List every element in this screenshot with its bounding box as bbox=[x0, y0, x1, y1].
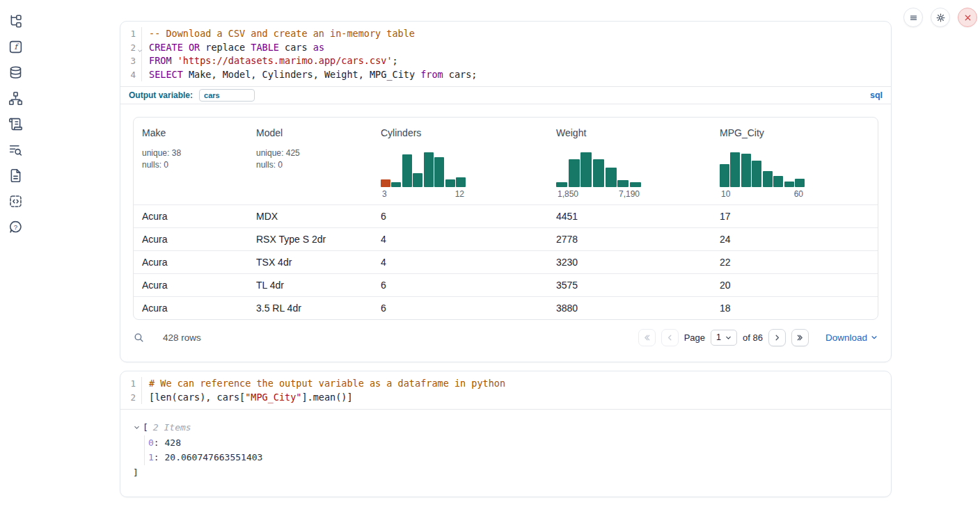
histogram-bar bbox=[424, 152, 434, 187]
table-cell: Acura bbox=[142, 205, 256, 227]
histogram-bar bbox=[617, 180, 629, 187]
line-number: 1 bbox=[120, 377, 142, 391]
table-row[interactable]: Acura3.5 RL 4dr6388018 bbox=[134, 296, 878, 319]
code-text: SELECT Make, Model, Cylinders, Weight, M… bbox=[142, 68, 477, 82]
tree-entry-value: : 428 bbox=[154, 437, 181, 448]
menu-button[interactable] bbox=[903, 8, 923, 27]
chevron-down-icon bbox=[725, 334, 732, 341]
language-badge: sql bbox=[870, 90, 883, 100]
column-name[interactable]: Make bbox=[142, 127, 256, 138]
table-cell: 6 bbox=[381, 297, 556, 319]
open-bracket: [ bbox=[143, 420, 148, 435]
last-page-button[interactable] bbox=[791, 329, 809, 346]
close-icon bbox=[963, 13, 972, 22]
table-cell: 4451 bbox=[556, 205, 720, 227]
database-icon[interactable] bbox=[8, 65, 23, 80]
table-row[interactable]: AcuraRSX Type S 2dr4277824 bbox=[134, 227, 878, 250]
list-search-icon[interactable] bbox=[8, 143, 23, 157]
scroll-text-icon[interactable] bbox=[8, 117, 23, 131]
histogram-bar bbox=[593, 159, 604, 187]
page-select[interactable]: 1 bbox=[711, 330, 737, 346]
svg-text:f: f bbox=[14, 42, 19, 51]
prev-page-button[interactable] bbox=[661, 329, 679, 346]
code-text: # We can reference the output variable a… bbox=[142, 377, 505, 391]
code-line: 4SELECT Make, Model, Cylinders, Weight, … bbox=[120, 68, 891, 82]
column-name[interactable]: Model bbox=[256, 127, 381, 138]
histogram-bar bbox=[381, 179, 390, 187]
notebook-page: f ? bbox=[0, 0, 980, 507]
table-cell: 24 bbox=[720, 228, 869, 250]
table-row[interactable]: AcuraTL 4dr6357520 bbox=[134, 273, 878, 296]
help-bubble-icon[interactable]: ? bbox=[8, 220, 23, 234]
dataframe-table: Makeunique: 38nulls: 0Modelunique: 425nu… bbox=[133, 117, 878, 320]
table-cell: 6 bbox=[381, 205, 556, 227]
output-variable-input[interactable] bbox=[199, 89, 255, 102]
first-page-button[interactable] bbox=[638, 329, 656, 346]
tree-entry: 0: 428 bbox=[148, 435, 878, 451]
column-header: MPG_City1060 bbox=[720, 127, 869, 199]
page-label: Page bbox=[684, 332, 705, 343]
code-line: 2[len(cars), cars["MPG_City"].mean()] bbox=[120, 391, 891, 405]
histogram-axis-labels: 1060 bbox=[720, 187, 805, 199]
left-sidebar: f ? bbox=[6, 14, 25, 234]
histogram-bar bbox=[730, 152, 740, 187]
column-histogram bbox=[556, 140, 641, 187]
table-cell: RSX Type S 2dr bbox=[256, 228, 381, 250]
code-line: 3FROM 'https://datasets.marimo.app/cars.… bbox=[120, 54, 891, 68]
column-histogram bbox=[381, 140, 466, 187]
column-name[interactable]: Weight bbox=[556, 127, 720, 138]
column-header: Makeunique: 38nulls: 0 bbox=[142, 127, 256, 199]
row-count: 428 rows bbox=[163, 332, 201, 343]
table-cell: MDX bbox=[256, 205, 381, 227]
tree-entry-value: : 20.060747663551403 bbox=[154, 452, 263, 462]
table-cell: 3575 bbox=[556, 274, 720, 296]
histogram-bar bbox=[720, 164, 729, 187]
tree-entry-key: 0 bbox=[148, 437, 154, 448]
table-header: Makeunique: 38nulls: 0Modelunique: 425nu… bbox=[134, 118, 878, 204]
file-text-icon[interactable] bbox=[8, 168, 23, 183]
table-cell: Acura bbox=[142, 228, 256, 250]
histogram-bar bbox=[391, 182, 401, 187]
column-name[interactable]: MPG_City bbox=[720, 127, 869, 138]
sql-code-editor[interactable]: 1-- Download a CSV and create an in-memo… bbox=[120, 22, 891, 86]
histogram-bar bbox=[580, 152, 592, 187]
code-text: -- Download a CSV and create an in-memor… bbox=[142, 27, 415, 41]
shutdown-button[interactable] bbox=[958, 8, 977, 27]
table-cell: 18 bbox=[720, 297, 869, 319]
dependency-graph-icon[interactable] bbox=[8, 91, 23, 106]
code-line: 2CREATE OR replace TABLE cars as bbox=[120, 41, 891, 55]
histogram-bar bbox=[434, 157, 444, 187]
table-cell: 3880 bbox=[556, 297, 720, 319]
collapse-chevron-icon[interactable] bbox=[133, 424, 141, 431]
top-right-controls bbox=[903, 8, 977, 27]
table-row[interactable]: AcuraMDX6445117 bbox=[134, 204, 878, 227]
file-tree-icon[interactable] bbox=[8, 14, 23, 29]
search-icon[interactable] bbox=[133, 332, 145, 344]
python-cell: 1# We can reference the output variable … bbox=[120, 371, 892, 497]
hamburger-icon bbox=[908, 13, 919, 23]
table-row[interactable]: AcuraTSX 4dr4323022 bbox=[134, 250, 878, 273]
histogram-bar bbox=[784, 182, 794, 187]
page-total-label: of 86 bbox=[743, 332, 763, 343]
histogram-bar bbox=[752, 161, 761, 187]
table-cell: 4 bbox=[381, 251, 556, 273]
line-number: 2 bbox=[120, 391, 142, 405]
histogram-bar bbox=[445, 179, 455, 187]
table-cell: 3.5 RL 4dr bbox=[256, 297, 381, 319]
column-name[interactable]: Cylinders bbox=[381, 127, 556, 138]
download-label: Download bbox=[825, 332, 867, 343]
table-cell: Acura bbox=[142, 251, 256, 273]
download-button[interactable]: Download bbox=[825, 332, 878, 343]
function-square-icon[interactable]: f bbox=[8, 40, 23, 54]
tree-entry: 1: 20.060747663551403 bbox=[148, 450, 878, 465]
snippets-icon[interactable] bbox=[8, 194, 23, 209]
table-cell: TSX 4dr bbox=[256, 251, 381, 273]
histogram-bar bbox=[413, 173, 422, 187]
python-code-editor[interactable]: 1# We can reference the output variable … bbox=[120, 371, 891, 409]
tree-root-row: [ 2 Items bbox=[133, 420, 878, 435]
settings-button[interactable] bbox=[931, 8, 950, 27]
code-text: CREATE OR replace TABLE cars as bbox=[142, 41, 324, 55]
output-tree: [ 2 Items 0: 4281: 20.060747663551403 ] bbox=[120, 410, 891, 497]
pagination: Page 1 of 86 Download bbox=[638, 329, 878, 346]
next-page-button[interactable] bbox=[768, 329, 786, 346]
